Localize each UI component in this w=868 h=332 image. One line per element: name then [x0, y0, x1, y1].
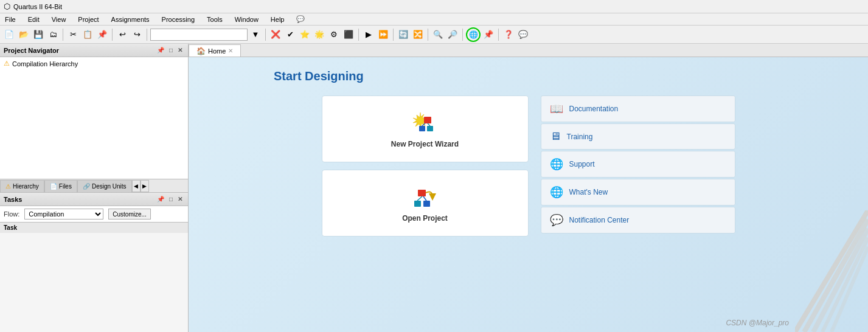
cards-column: New Project Wizard: [322, 95, 529, 237]
tasks-panel: Tasks 📌 □ ✕ Flow: Compilation Customize.…: [0, 192, 188, 233]
new-file-btn[interactable]: 📄: [2, 28, 16, 41]
save-all-btn[interactable]: 🗂: [46, 28, 60, 41]
tasks-close-btn[interactable]: ✕: [176, 195, 184, 203]
sep2: [112, 29, 113, 41]
pin-btn[interactable]: 📌: [482, 28, 495, 41]
menu-edit[interactable]: Edit: [26, 15, 42, 24]
tab-design-units[interactable]: 🔗 Design Units: [77, 180, 132, 192]
menu-extra-icon[interactable]: 💬: [294, 15, 307, 24]
content-tab-strip: 🏠 Home ✕: [189, 44, 868, 57]
project-navigator-content: ⚠ Compilation Hierarchy: [0, 57, 188, 179]
play2-btn[interactable]: ⏩: [377, 28, 390, 41]
left-panel: Project Navigator 📌 □ ✕ ⚠ Compilation Hi…: [0, 44, 189, 332]
warn-tab-icon: ⚠: [5, 183, 11, 190]
support-link[interactable]: 🌐 Support: [541, 151, 735, 178]
highlighted-globe-btn[interactable]: 🌐: [466, 27, 481, 42]
sep6: [393, 29, 394, 41]
sep9: [498, 29, 499, 41]
flow-select[interactable]: Compilation: [24, 209, 103, 220]
open-btn[interactable]: 📂: [17, 28, 30, 41]
help-btn[interactable]: ❓: [502, 28, 515, 41]
project-navigator-btns: 📌 □ ✕: [155, 46, 184, 54]
menu-help[interactable]: Help: [268, 15, 287, 24]
new-project-wizard-card[interactable]: New Project Wizard: [322, 95, 529, 162]
tab-design-units-label: Design Units: [92, 183, 127, 190]
svg-rect-8: [423, 201, 430, 207]
menu-file[interactable]: File: [2, 15, 18, 24]
svg-line-5: [428, 123, 430, 126]
tab-hierarchy-label: Hierarchy: [13, 183, 39, 190]
tab-hierarchy[interactable]: ⚠ Hierarchy: [0, 180, 44, 192]
menu-window[interactable]: Window: [232, 15, 261, 24]
tab-nav-right[interactable]: ▶: [141, 180, 149, 192]
menu-view[interactable]: View: [49, 15, 69, 24]
support-icon: 🌐: [550, 157, 563, 171]
float-btn[interactable]: □: [167, 46, 175, 54]
undo-btn[interactable]: ↩: [116, 28, 129, 41]
open-project-card[interactable]: Open Project: [322, 170, 529, 237]
menu-bar: File Edit View Project Assignments Proce…: [0, 13, 868, 26]
home-tab-close[interactable]: ✕: [228, 47, 233, 54]
svg-rect-1: [424, 117, 431, 123]
navigator-tab-bar: ⚠ Hierarchy 📄 Files 🔗 Design Units ◀ ▶: [0, 179, 188, 192]
whats-new-label: What's New: [569, 188, 608, 196]
menu-processing[interactable]: Processing: [159, 15, 197, 24]
close-panel-btn[interactable]: ✕: [176, 46, 184, 54]
zoom-out-btn[interactable]: 🔎: [446, 28, 459, 41]
tab-nav-left[interactable]: ◀: [132, 180, 141, 192]
notification-center-link[interactable]: 💬 Notification Center: [541, 207, 735, 233]
sep5: [358, 29, 359, 41]
menu-tools[interactable]: Tools: [204, 15, 225, 24]
watermark: CSDN @Major_pro: [726, 319, 789, 327]
btn-check[interactable]: ✔: [283, 28, 297, 41]
task-column-header: Task: [0, 222, 188, 233]
project-navigator-header: Project Navigator 📌 □ ✕: [0, 44, 188, 57]
zoom-in-btn[interactable]: 🔍: [431, 28, 445, 41]
cut-btn[interactable]: ✂: [66, 28, 80, 41]
btn-star2[interactable]: 🌟: [313, 28, 326, 41]
title-bar: ⬡ Quartus II 64-Bit: [0, 0, 868, 13]
save-btn[interactable]: 💾: [32, 28, 45, 41]
dropdown-arrow[interactable]: ▼: [249, 28, 262, 41]
btn-gear[interactable]: ⚙: [327, 28, 341, 41]
tab-files-label: Files: [59, 183, 72, 190]
play-btn[interactable]: ▶: [362, 28, 375, 41]
tasks-float-btn[interactable]: □: [167, 195, 175, 203]
paste-btn[interactable]: 📌: [95, 28, 109, 41]
toolbar: 📄 📂 💾 🗂 ✂ 📋 📌 ↩ ↪ ▼ ❌ ✔ ⭐ 🌟 ⚙ ⬛ ▶ ⏩ 🔄 🔀 …: [0, 26, 868, 44]
whats-new-link[interactable]: 🌐 What's New: [541, 179, 735, 206]
compilation-hierarchy-item[interactable]: ⚠ Compilation Hierarchy: [1, 58, 187, 69]
menu-assignments[interactable]: Assignments: [109, 15, 152, 24]
training-label: Training: [567, 133, 593, 141]
target-dropdown[interactable]: [150, 29, 248, 41]
wizard-card-label: New Project Wizard: [391, 140, 459, 148]
copy-btn[interactable]: 📋: [81, 28, 94, 41]
btn-square[interactable]: ⬛: [342, 28, 355, 41]
notification-icon: 💬: [550, 213, 563, 227]
pin-window-btn[interactable]: 📌: [155, 46, 166, 54]
main-layout: Project Navigator 📌 □ ✕ ⚠ Compilation Hi…: [0, 44, 868, 332]
tab-files[interactable]: 📄 Files: [44, 180, 77, 192]
open-project-icon: [407, 184, 443, 214]
notification-center-label: Notification Center: [569, 216, 630, 224]
menu-project[interactable]: Project: [75, 15, 101, 24]
btn-x[interactable]: ❌: [269, 28, 282, 41]
tasks-pin-btn[interactable]: 📌: [155, 195, 166, 203]
documentation-link[interactable]: 📖 Documentation: [541, 95, 735, 122]
rtl-btn[interactable]: 🔀: [411, 28, 425, 41]
support-label: Support: [569, 160, 595, 168]
customize-btn[interactable]: Customize...: [108, 209, 151, 220]
info-btn[interactable]: 💬: [516, 28, 530, 41]
tasks-header-btns: 📌 □ ✕: [155, 195, 184, 203]
diagonal-decor: [795, 210, 868, 332]
design-units-tab-icon: 🔗: [83, 183, 90, 190]
home-tab-label: Home: [208, 47, 226, 55]
btn-star1[interactable]: ⭐: [298, 28, 311, 41]
training-link[interactable]: 🖥 Training: [541, 123, 735, 150]
svg-rect-7: [414, 201, 421, 207]
svg-line-10: [423, 196, 426, 201]
home-tab[interactable]: 🏠 Home ✕: [189, 44, 241, 57]
flow-label: Flow:: [4, 210, 19, 218]
refresh-btn[interactable]: 🔄: [397, 28, 410, 41]
redo-btn[interactable]: ↪: [130, 28, 144, 41]
